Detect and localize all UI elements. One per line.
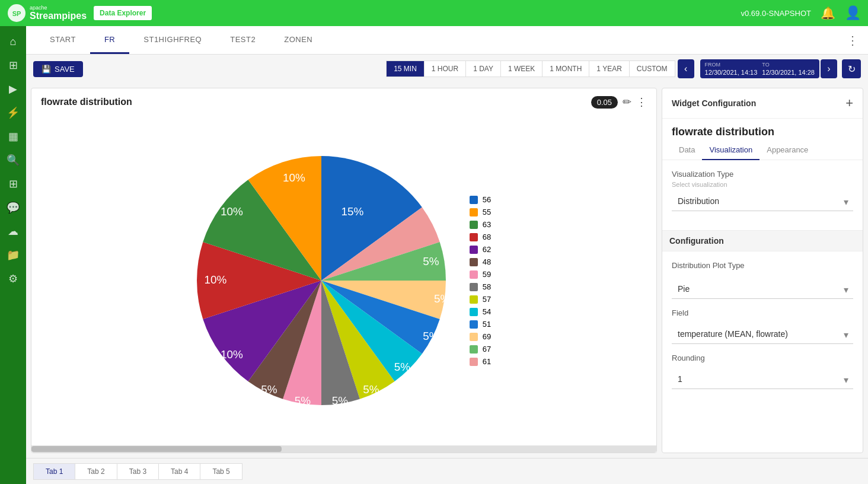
time-next-button[interactable]: › xyxy=(821,59,837,78)
bottom-bar: Tab 1 Tab 2 Tab 3 Tab 4 Tab 5 xyxy=(26,458,868,484)
tab-st1highfreq[interactable]: ST1HIGHFREQ xyxy=(129,26,216,54)
legend-color xyxy=(470,358,478,366)
svg-text:5%: 5% xyxy=(423,255,439,268)
legend-color xyxy=(470,208,478,216)
bottom-tabs: Tab 1 Tab 2 Tab 3 Tab 4 Tab 5 xyxy=(33,463,242,480)
nav-right: v0.69.0-SNAPSHOT 🔔 👤 xyxy=(741,5,861,21)
sidebar-item-dashboard[interactable]: ⊞ xyxy=(2,55,24,76)
time-btn-1year[interactable]: 1 YEAR xyxy=(589,60,629,77)
visualization-type-select-wrap: Distribution Table Line Chart Bar Chart … xyxy=(672,192,853,211)
time-to: To 12/30/2021, 14:28 xyxy=(762,62,815,76)
chart-edit-button[interactable]: ✏ xyxy=(623,95,631,109)
time-buttons: 15 MIN 1 HOUR 1 DAY 1 WEEK 1 MONTH 1 YEA… xyxy=(387,60,675,77)
logo-text: apache Streampipes xyxy=(30,5,87,21)
chart-container: flowrate distribution 0.05 ✏ ⋮ xyxy=(31,88,657,453)
chart-controls: 0.05 ✏ ⋮ xyxy=(591,95,647,109)
sidebar-item-apps[interactable]: ⊞ xyxy=(2,173,24,195)
legend-color xyxy=(470,196,478,204)
legend-color xyxy=(470,283,478,291)
distribution-plot-type-select[interactable]: Pie Bar xyxy=(672,279,853,299)
sidebar-item-cloud[interactable]: ☁ xyxy=(2,221,24,242)
svg-text:10%: 10% xyxy=(283,171,305,184)
config-section-header: Configuration xyxy=(662,230,863,251)
chart-header: flowrate distribution 0.05 ✏ ⋮ xyxy=(31,88,656,116)
user-icon[interactable]: 👤 xyxy=(845,5,861,21)
visualization-type-select[interactable]: Distribution Table Line Chart Bar Chart xyxy=(672,192,853,211)
tab-start[interactable]: START xyxy=(36,26,90,54)
bottom-tab-4[interactable]: Tab 4 xyxy=(158,463,200,480)
distribution-plot-type-label: Distribution Plot Type xyxy=(672,261,853,270)
legend-item: 63 xyxy=(470,220,491,229)
legend-color xyxy=(470,233,478,241)
tab-zonen[interactable]: ZONEN xyxy=(270,26,327,54)
time-nav: ‹ From 12/30/2021, 14:13 To 12/30/2021, … xyxy=(678,59,837,78)
sidebar-item-chat[interactable]: 💬 xyxy=(2,197,24,218)
legend-color xyxy=(470,308,478,316)
pie-chart: 15% 5% 5% 5% 5% 5% 5% 5% 5% 10% 10% 10% xyxy=(197,156,446,405)
legend-item: 61 xyxy=(470,357,491,366)
tab-more-icon[interactable]: ⋮ xyxy=(847,33,859,47)
main-layout: ⌂ ⊞ ▶ ⚡ ▦ 🔍 ⊞ 💬 ☁ 📁 ⚙ START FR ST1HIGHFR… xyxy=(0,26,868,484)
legend-color xyxy=(470,295,478,304)
time-btn-custom[interactable]: CUSTOM xyxy=(629,60,675,77)
time-btn-1day[interactable]: 1 DAY xyxy=(465,60,501,77)
config-tab-appearance[interactable]: Appearance xyxy=(760,141,815,160)
add-widget-button[interactable]: + xyxy=(845,95,853,111)
distribution-plot-type-select-wrap: Pie Bar ▾ xyxy=(672,279,853,299)
chart-menu-button[interactable]: ⋮ xyxy=(636,95,647,109)
bottom-tab-2[interactable]: Tab 2 xyxy=(75,463,117,480)
data-explorer-badge[interactable]: Data Explorer xyxy=(94,6,152,20)
toolbar: 💾 SAVE 15 MIN 1 HOUR 1 DAY 1 WEEK 1 MONT… xyxy=(26,55,868,83)
logo: SP apache Streampipes xyxy=(7,4,87,23)
legend-item: 51 xyxy=(470,320,491,329)
legend-color xyxy=(470,270,478,279)
chart-scrollbar[interactable] xyxy=(31,445,656,453)
nav-left: SP apache Streampipes Data Explorer xyxy=(7,4,152,23)
refresh-button[interactable]: ↻ xyxy=(842,59,861,78)
logo-icon: SP xyxy=(7,4,26,23)
tab-test2[interactable]: TEST2 xyxy=(216,26,270,54)
time-controls: 15 MIN 1 HOUR 1 DAY 1 WEEK 1 MONTH 1 YEA… xyxy=(387,59,861,78)
time-prev-button[interactable]: ‹ xyxy=(678,59,694,78)
svg-text:10%: 10% xyxy=(221,205,243,218)
widget-name: flowrate distribution xyxy=(662,119,863,141)
tab-fr[interactable]: FR xyxy=(90,26,129,54)
configuration-section: Configuration Distribution Plot Type Pie… xyxy=(662,230,863,408)
config-section-title: Configuration xyxy=(669,236,724,246)
bottom-tab-5[interactable]: Tab 5 xyxy=(200,463,242,480)
time-btn-1month[interactable]: 1 MONTH xyxy=(542,60,589,77)
chart-legend: 56 55 63 68 62 48 59 58 57 54 51 69 xyxy=(470,195,491,366)
chart-title: flowrate distribution xyxy=(41,97,132,107)
sidebar-item-play[interactable]: ▶ xyxy=(2,78,24,100)
time-btn-1hour[interactable]: 1 HOUR xyxy=(424,60,466,77)
svg-text:5%: 5% xyxy=(261,383,277,396)
sidebar-item-files[interactable]: 📁 xyxy=(2,244,24,266)
sidebar-item-settings[interactable]: ⚙ xyxy=(2,268,24,289)
sidebar-item-search[interactable]: 🔍 xyxy=(2,149,24,171)
sidebar-item-lightning[interactable]: ⚡ xyxy=(2,102,24,123)
svg-text:5%: 5% xyxy=(423,330,439,342)
right-panel: Widget Configuration + flowrate distribu… xyxy=(662,88,863,453)
bottom-tab-3[interactable]: Tab 3 xyxy=(117,463,159,480)
time-btn-15min[interactable]: 15 MIN xyxy=(386,60,425,77)
save-button[interactable]: 💾 SAVE xyxy=(33,61,83,77)
time-btn-1week[interactable]: 1 WEEK xyxy=(500,60,542,77)
field-select[interactable]: temperature (MEAN, flowrate) xyxy=(672,324,853,344)
sidebar-item-grid[interactable]: ▦ xyxy=(2,126,24,147)
rounding-select[interactable]: 1 2 3 4 xyxy=(672,370,853,389)
legend-color xyxy=(470,333,478,341)
notifications-icon[interactable]: 🔔 xyxy=(821,6,835,20)
config-tabs: Data Visualization Appearance xyxy=(662,141,863,160)
right-panel-header: Widget Configuration + xyxy=(662,88,863,119)
legend-color xyxy=(470,246,478,254)
svg-text:10%: 10% xyxy=(221,348,243,361)
legend-item: 62 xyxy=(470,245,491,254)
left-sidebar: ⌂ ⊞ ▶ ⚡ ▦ 🔍 ⊞ 💬 ☁ 📁 ⚙ xyxy=(0,26,26,484)
legend-item: 68 xyxy=(470,233,491,241)
config-tab-data[interactable]: Data xyxy=(672,141,702,160)
save-icon: 💾 xyxy=(42,65,51,74)
legend-item: 54 xyxy=(470,307,491,316)
config-tab-visualization[interactable]: Visualization xyxy=(702,141,760,160)
sidebar-item-home[interactable]: ⌂ xyxy=(2,31,24,52)
bottom-tab-1[interactable]: Tab 1 xyxy=(33,463,75,480)
